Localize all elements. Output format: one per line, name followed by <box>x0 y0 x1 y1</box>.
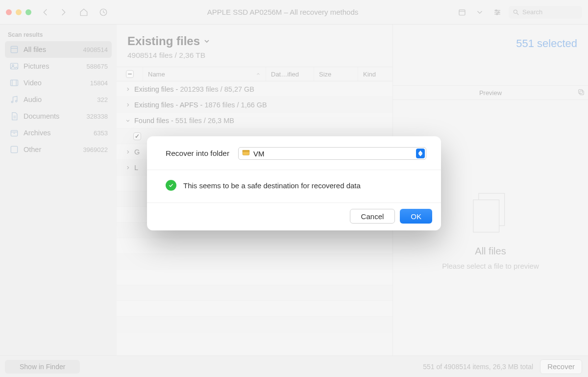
svg-marker-32 <box>418 151 422 153</box>
select-arrows-icon <box>416 149 425 158</box>
disk-icon <box>242 148 250 159</box>
check-circle-icon <box>166 180 176 191</box>
recover-destination-dialog: Recover into folder VM This seems to be … <box>147 136 441 230</box>
cancel-button[interactable]: Cancel <box>350 209 395 224</box>
svg-marker-33 <box>418 154 422 156</box>
modal-container: Recover into folder VM This seems to be … <box>0 0 588 377</box>
svg-rect-31 <box>243 151 249 152</box>
ok-button[interactable]: OK <box>400 209 432 224</box>
safe-destination-message: This seems to be a safe destination for … <box>183 181 361 190</box>
destination-folder-select[interactable]: VM <box>238 147 426 160</box>
modal-label: Recover into folder <box>166 149 229 158</box>
destination-value: VM <box>253 150 265 158</box>
